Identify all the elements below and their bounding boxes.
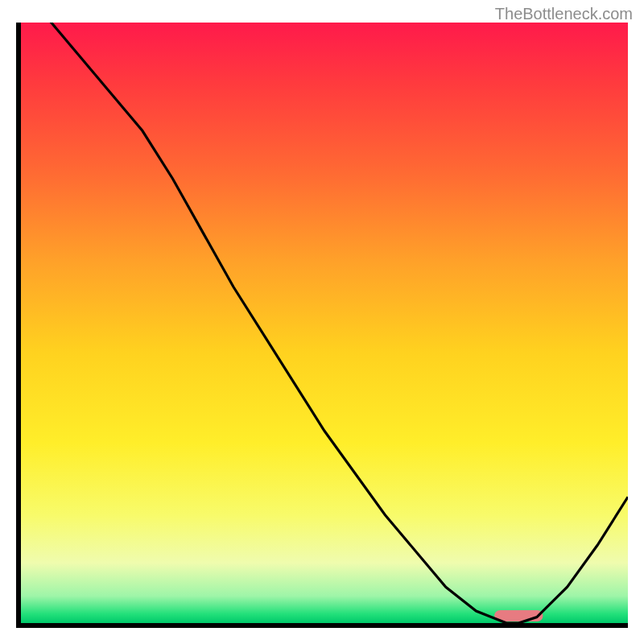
chart-background xyxy=(21,23,628,623)
watermark-text: TheBottleneck.com xyxy=(495,5,633,23)
chart-svg xyxy=(21,23,628,623)
plot-area xyxy=(16,23,628,628)
